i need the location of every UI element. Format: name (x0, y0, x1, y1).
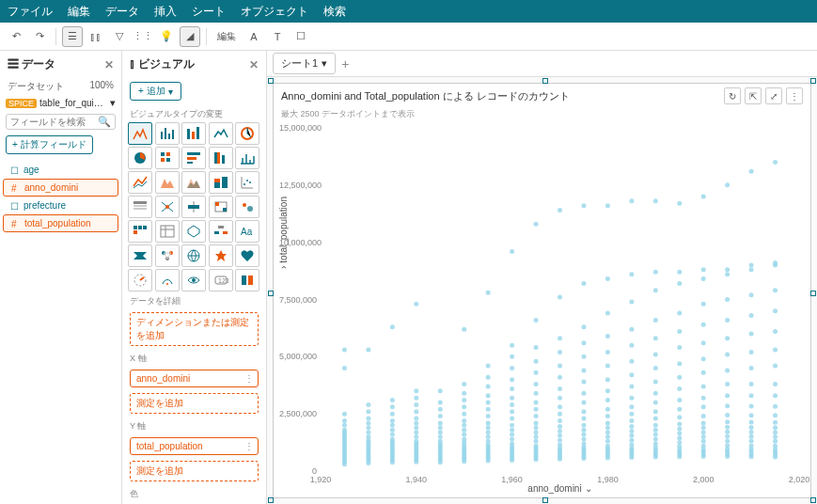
refresh-icon[interactable]: ↻ (724, 87, 741, 104)
scatter-plot[interactable]: › total_population anno_domini ⌄ 02,500,… (321, 128, 799, 471)
visual-type-5[interactable] (128, 147, 152, 169)
svg-point-167 (462, 391, 466, 396)
svg-point-407 (725, 297, 730, 302)
svg-point-429 (749, 292, 754, 297)
x-axis-well[interactable]: anno_domini⋮ (130, 370, 259, 387)
redo-icon[interactable]: ↷ (29, 26, 50, 47)
visual-type-26[interactable] (155, 244, 180, 267)
visual-type-23[interactable] (209, 220, 233, 243)
visual-type-29[interactable] (235, 244, 259, 267)
more-icon[interactable]: ⋮ (244, 441, 254, 451)
svg-point-425 (749, 366, 754, 370)
svg-text:123: 123 (218, 277, 229, 284)
highlight-icon[interactable]: ◢ (180, 26, 200, 47)
visual-type-13[interactable] (209, 171, 233, 194)
svg-point-330 (653, 433, 658, 437)
search-input[interactable] (10, 117, 98, 127)
add-visual-button[interactable]: + 追加 ▾ (130, 82, 181, 101)
visual-type-32[interactable] (181, 269, 206, 291)
svg-point-431 (749, 263, 754, 268)
menu-item[interactable]: ファイル (8, 4, 53, 20)
visual-type-3[interactable] (209, 122, 233, 145)
autosave-icon[interactable]: ☰ (62, 26, 83, 47)
visual-type-4[interactable] (235, 122, 259, 145)
visual-type-7[interactable] (181, 147, 206, 169)
menu-item[interactable]: 挿入 (154, 4, 177, 20)
svg-point-373 (701, 434, 706, 439)
share-icon[interactable]: ⇱ (745, 87, 762, 104)
field-anno_domini[interactable]: #anno_domini (3, 179, 118, 197)
svg-point-371 (701, 444, 706, 449)
menu-item[interactable]: オブジェクト (241, 4, 308, 20)
textbox-icon[interactable]: T (267, 26, 288, 47)
field-prefecture[interactable]: ☐prefecture (3, 197, 118, 213)
visual-type-20[interactable] (128, 220, 152, 243)
drill-well[interactable]: ディメンションまたは測定を追加 (130, 312, 259, 346)
visual-type-33[interactable]: 123 (209, 269, 233, 291)
visual-type-31[interactable] (155, 269, 180, 291)
edit-label[interactable]: 編集 (212, 26, 241, 47)
visual-type-24[interactable]: Aa (235, 220, 259, 243)
svg-point-142 (438, 434, 443, 439)
visual-type-9[interactable] (235, 147, 259, 169)
chart-container[interactable]: Anno_domini and Total_population による レコー… (273, 83, 811, 498)
visual-type-14[interactable] (235, 171, 259, 194)
y-axis-add[interactable]: 測定を追加 (130, 461, 259, 481)
visual-type-17[interactable] (181, 196, 206, 218)
visual-type-28[interactable] (209, 244, 233, 267)
x-axis-title[interactable]: anno_domini ⌄ (527, 483, 591, 494)
expand-icon[interactable]: ⤢ (765, 87, 782, 104)
sheet-tab[interactable]: シート1 ▾ (273, 53, 336, 74)
close-icon[interactable]: ✕ (104, 58, 114, 71)
ruler-icon[interactable]: ☐ (291, 26, 311, 47)
visual-type-27[interactable] (181, 244, 206, 267)
dataset-selector[interactable]: SPICE table_for_quicksig... ▾ (0, 95, 121, 111)
field-total_population[interactable]: #total_population (3, 214, 118, 232)
visual-type-0[interactable] (128, 122, 152, 145)
field-age[interactable]: ☐age (3, 162, 118, 178)
visual-type-1[interactable] (155, 122, 180, 145)
visual-type-34[interactable] (235, 269, 259, 291)
svg-point-393 (725, 443, 730, 448)
params-icon[interactable]: ⋮⋮ (133, 26, 153, 47)
undo-icon[interactable]: ↶ (6, 26, 26, 47)
visual-type-21[interactable] (155, 220, 180, 243)
drill-label: データを詳細 (122, 291, 266, 309)
add-sheet-button[interactable]: + (341, 56, 349, 71)
close-icon[interactable]: ✕ (249, 58, 259, 71)
menu-item[interactable]: 編集 (68, 4, 90, 20)
visual-type-10[interactable] (128, 171, 152, 194)
insight-icon[interactable]: 💡 (156, 26, 177, 47)
more-icon[interactable]: ⋮ (244, 373, 254, 384)
text-icon[interactable]: A (244, 26, 264, 47)
visual-type-22[interactable] (181, 220, 206, 243)
svg-point-198 (510, 441, 514, 446)
chart-icon[interactable]: ⫿⫿ (86, 26, 106, 47)
menu-item[interactable]: データ (105, 4, 139, 20)
visual-type-8[interactable] (209, 147, 233, 169)
visual-type-12[interactable] (181, 171, 206, 194)
menu-item[interactable]: シート (192, 4, 226, 20)
svg-point-162 (462, 423, 466, 428)
y-axis-title[interactable]: › total_population (278, 197, 289, 269)
svg-point-319 (629, 327, 634, 332)
visual-type-18[interactable] (209, 196, 233, 218)
visual-type-25[interactable] (128, 244, 152, 267)
menu-item[interactable]: 検索 (323, 4, 346, 20)
field-search[interactable]: 🔍 (6, 114, 116, 130)
visual-type-16[interactable] (155, 196, 180, 218)
x-axis-add[interactable]: 測定を追加 (130, 393, 259, 414)
add-calc-field-button[interactable]: + 計算フィールド (6, 135, 93, 154)
svg-point-363 (677, 311, 682, 316)
visual-type-11[interactable] (155, 171, 180, 194)
visual-type-15[interactable] (128, 196, 152, 218)
svg-point-426 (749, 350, 754, 354)
filter-icon[interactable]: ▽ (109, 26, 130, 47)
visual-type-19[interactable] (235, 196, 259, 218)
visual-type-30[interactable] (128, 269, 152, 291)
visual-type-6[interactable] (155, 147, 180, 169)
more-icon[interactable]: ⋮ (786, 87, 803, 104)
y-axis-well[interactable]: total_population⋮ (130, 437, 259, 455)
visual-type-2[interactable] (181, 122, 206, 145)
svg-rect-31 (134, 226, 137, 229)
